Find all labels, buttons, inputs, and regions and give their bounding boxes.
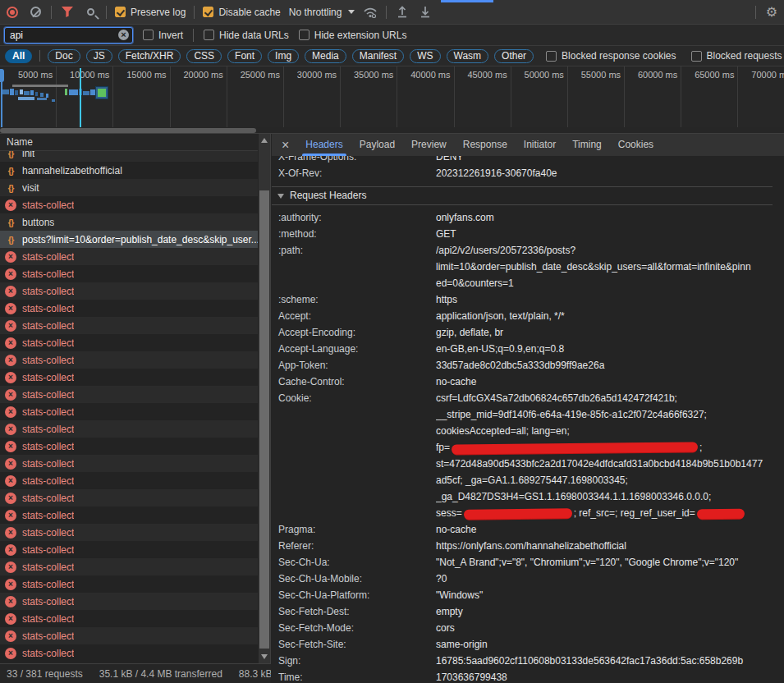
request-row[interactable]: ×stats-collect: [0, 524, 258, 541]
request-row[interactable]: ×stats-collect: [0, 472, 258, 489]
request-row[interactable]: ×stats-collect: [0, 541, 258, 558]
filter-pill-other[interactable]: Other: [494, 49, 534, 63]
request-row[interactable]: ×stats-collect: [0, 369, 258, 386]
header-value-line: sess=; ref_src=; reg_ref_user_id=: [436, 505, 773, 521]
request-row[interactable]: ×stats-collect: [0, 317, 258, 334]
request-row[interactable]: ×stats-collect: [0, 334, 258, 351]
header-value-text: 1703636799438: [436, 672, 507, 683]
scrollbar-thumb[interactable]: [0, 128, 256, 133]
request-row[interactable]: ×stats-collect: [0, 403, 258, 420]
request-row[interactable]: ×stats-collect: [0, 575, 258, 593]
tab-cookies[interactable]: Cookies: [610, 134, 662, 156]
filter-pill-media[interactable]: Media: [305, 49, 346, 63]
tab-response[interactable]: Response: [455, 134, 516, 156]
filter-pill-ws[interactable]: WS: [410, 49, 440, 63]
tab-initiator[interactable]: Initiator: [516, 134, 564, 156]
preserve-log-label: Preserve log: [131, 7, 186, 18]
request-row[interactable]: ×stats-collect: [0, 196, 258, 213]
json-request-icon: {}: [5, 165, 16, 176]
timeline-overview[interactable]: 5000 ms10000 ms15000 ms20000 ms25000 ms3…: [0, 66, 784, 127]
filter-pill-js[interactable]: JS: [86, 49, 112, 63]
request-row[interactable]: {}visit: [0, 179, 258, 196]
header-value-text: ed=0&counters=1: [436, 277, 514, 289]
request-row[interactable]: ×stats-collect: [0, 282, 258, 300]
export-har-button[interactable]: [418, 5, 433, 20]
header-value-text: 202312261916-30670fa40e: [436, 167, 557, 179]
request-row[interactable]: ×stats-collect: [0, 627, 258, 644]
request-row[interactable]: {}init: [0, 151, 258, 162]
filter-text-input[interactable]: api ×: [4, 27, 133, 44]
clear-button[interactable]: [28, 5, 43, 20]
hide-extension-urls-checkbox[interactable]: Hide extension URLs: [299, 30, 407, 41]
scroll-down-icon[interactable]: [261, 654, 268, 659]
header-value-line: no-cache: [436, 374, 773, 390]
request-row[interactable]: ×stats-collect: [0, 438, 258, 455]
request-row[interactable]: ×stats-collect: [0, 386, 258, 403]
clear-icon: [30, 7, 41, 17]
request-row[interactable]: ×stats-collect: [0, 265, 258, 282]
request-row[interactable]: ×stats-collect: [0, 593, 258, 610]
request-headers-section-header[interactable]: Request Headers: [272, 186, 773, 205]
scrollbar-thumb[interactable]: [259, 190, 269, 649]
filter-pill-fetch-xhr[interactable]: Fetch/XHR: [118, 49, 181, 63]
disable-cache-checkbox[interactable]: Disable cache: [203, 7, 280, 18]
close-icon[interactable]: ×: [277, 138, 294, 153]
request-row[interactable]: ×stats-collect: [0, 644, 258, 662]
header-value: "Windows": [436, 587, 773, 603]
name-column-header[interactable]: Name: [0, 134, 258, 151]
request-name: stats-collect: [22, 251, 74, 263]
invert-label: Invert: [158, 30, 183, 41]
disable-cache-label: Disable cache: [218, 7, 280, 18]
filter-pill-wasm[interactable]: Wasm: [447, 49, 489, 63]
request-row[interactable]: {}posts?limit=10&order=publish_date_desc…: [0, 231, 258, 248]
throttling-dropdown[interactable]: No throttling: [289, 7, 355, 18]
timeline-playhead[interactable]: [80, 68, 81, 127]
network-conditions-button[interactable]: [363, 5, 378, 20]
search-button[interactable]: [83, 5, 98, 20]
tab-headers[interactable]: Headers: [297, 134, 351, 156]
filter-pill-doc[interactable]: Doc: [48, 49, 80, 63]
invert-checkbox[interactable]: Invert: [143, 30, 183, 41]
request-row[interactable]: {}hannahelizabethofficial: [0, 162, 258, 179]
request-row[interactable]: ×stats-collect: [0, 489, 258, 507]
header-value-text: cors: [436, 622, 455, 634]
clear-filter-icon[interactable]: ×: [118, 30, 129, 40]
request-row[interactable]: ×stats-collect: [0, 420, 258, 438]
filter-pill-manifest[interactable]: Manifest: [352, 49, 404, 63]
request-list-scrollbar[interactable]: [259, 134, 270, 663]
tab-preview[interactable]: Preview: [403, 134, 455, 156]
hide-data-urls-checkbox[interactable]: Hide data URLs: [204, 30, 289, 41]
request-row[interactable]: {}buttons: [0, 213, 258, 231]
settings-button[interactable]: ⚙: [764, 5, 779, 20]
filter-pill-img[interactable]: Img: [268, 49, 299, 63]
filter-pill-all[interactable]: All: [5, 49, 32, 63]
filter-pill-font[interactable]: Font: [227, 49, 262, 63]
hide-extension-urls-label: Hide extension URLs: [314, 30, 407, 41]
filter-pill-css[interactable]: CSS: [186, 49, 222, 63]
scroll-up-icon[interactable]: [261, 138, 268, 143]
request-row[interactable]: ×stats-collect: [0, 455, 258, 472]
import-har-button[interactable]: [395, 5, 410, 20]
request-row[interactable]: ×stats-collect: [0, 558, 258, 575]
timeline-horizontal-scrollbar[interactable]: [0, 127, 784, 134]
failed-request-icon: ×: [5, 493, 16, 504]
blocked-requests-checkbox[interactable]: Blocked requests: [691, 50, 782, 62]
failed-request-icon: ×: [5, 579, 16, 590]
filter-toggle-button[interactable]: [60, 5, 75, 20]
failed-request-icon: ×: [5, 510, 16, 521]
request-row[interactable]: ×stats-collect: [0, 248, 258, 265]
request-row[interactable]: ×stats-collect: [0, 351, 258, 369]
search-icon: [87, 8, 94, 16]
checkbox-unchecked-icon: [546, 51, 557, 62]
tab-payload[interactable]: Payload: [351, 134, 403, 156]
request-row[interactable]: ×stats-collect: [0, 507, 258, 524]
header-value: application/json, text/plain, */*: [436, 308, 773, 324]
preserve-log-checkbox[interactable]: Preserve log: [115, 7, 186, 18]
blocked-response-cookies-checkbox[interactable]: Blocked response cookies: [546, 50, 676, 62]
header-value-line: _ga_D4827DS3H4=GS1.1.1698003344.1.1.1698…: [436, 488, 773, 505]
tab-timing[interactable]: Timing: [564, 134, 610, 156]
request-row[interactable]: ×stats-collect: [0, 610, 258, 627]
details-tab-bar: × HeadersPayloadPreviewResponseInitiator…: [272, 134, 784, 156]
record-button[interactable]: [5, 5, 20, 20]
request-row[interactable]: ×stats-collect: [0, 300, 258, 317]
